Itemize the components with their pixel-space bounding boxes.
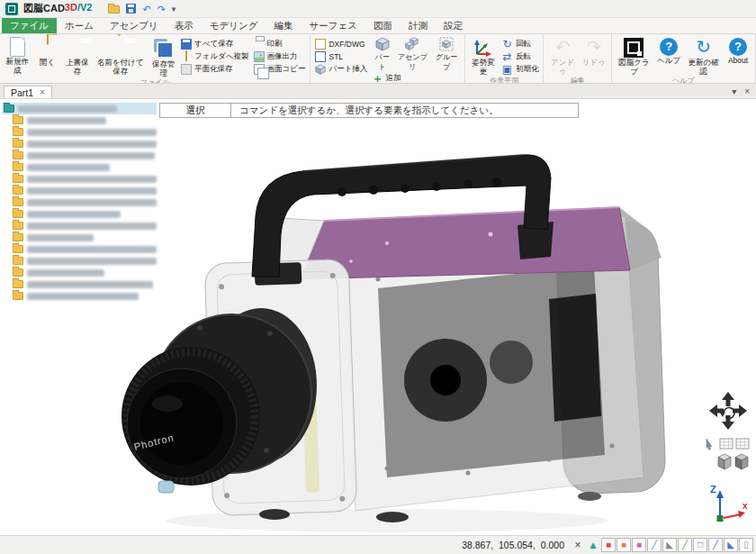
grid-view-icon-2[interactable] bbox=[736, 439, 749, 449]
button-label: 画面コピー bbox=[267, 64, 306, 75]
select-cursor-icon[interactable] bbox=[706, 439, 712, 450]
status-icon[interactable]: ■ bbox=[632, 538, 646, 552]
open-button[interactable]: 開く bbox=[33, 35, 62, 78]
app-title-part: /V2 bbox=[77, 2, 93, 15]
ribbon-tab[interactable]: 図面 bbox=[365, 18, 400, 33]
undo-icon[interactable]: ↶ bbox=[142, 4, 150, 14]
status-icon[interactable]: ▲ bbox=[586, 538, 600, 552]
rotate-plane-button[interactable]: ↻回転 bbox=[500, 38, 541, 50]
dxf-dwg-button[interactable]: DXF/DWG bbox=[313, 38, 369, 50]
ribbon-tab[interactable]: 編集 bbox=[266, 18, 301, 33]
status-icon[interactable]: ╱ bbox=[708, 538, 723, 552]
print-button[interactable]: 印刷 bbox=[252, 38, 308, 50]
ribbon-tab[interactable]: 計測 bbox=[400, 18, 436, 33]
save-all-button[interactable]: すべて保存 bbox=[179, 38, 251, 50]
status-icon[interactable]: □ bbox=[693, 538, 707, 552]
iso-view-cube-icon[interactable] bbox=[718, 454, 731, 469]
tree-item[interactable] bbox=[2, 208, 157, 220]
assembly-button[interactable]: アセンブリ bbox=[394, 35, 432, 72]
redo-icon[interactable]: ↷ bbox=[158, 4, 166, 14]
tree-item[interactable] bbox=[2, 138, 157, 150]
image-export-button[interactable]: 画像出力 bbox=[252, 50, 308, 62]
image-icon bbox=[254, 51, 265, 62]
ribbon-group-file: 新規作成 開く 上書保存 名前を付けて保存 保存管理 すべて保存 フォルダへ複製 bbox=[0, 34, 310, 83]
insert-part-button[interactable]: パート挿入 bbox=[313, 63, 369, 75]
add-button[interactable]: ＋追加 bbox=[370, 72, 462, 84]
tree-item[interactable] bbox=[2, 232, 157, 243]
group-button[interactable]: グループ bbox=[431, 35, 462, 72]
undo-button[interactable]: ↶ アンドゥ bbox=[546, 35, 578, 77]
tabs-close-all-icon[interactable]: × bbox=[744, 86, 750, 96]
status-icon[interactable]: ■ bbox=[616, 538, 631, 552]
check-updates-button[interactable]: ↻ 更新の確認 bbox=[684, 35, 723, 77]
ribbon-tab[interactable]: ホーム bbox=[57, 18, 102, 33]
flip-plane-button[interactable]: ⇄反転 bbox=[500, 50, 541, 62]
tree-item[interactable] bbox=[2, 220, 157, 232]
status-icon[interactable]: ╱ bbox=[647, 538, 662, 552]
ribbon-tab[interactable]: モデリング bbox=[202, 18, 266, 33]
tree-item[interactable] bbox=[2, 114, 157, 126]
zuno-club-button[interactable]: 図脳クラブ bbox=[615, 35, 653, 77]
open-icon[interactable] bbox=[108, 5, 120, 14]
tree-item[interactable] bbox=[2, 290, 157, 302]
save-button[interactable]: 上書保存 bbox=[63, 35, 93, 78]
tree-item[interactable] bbox=[2, 278, 157, 290]
save-manage-button[interactable]: 保存管理 bbox=[149, 35, 179, 78]
iso-view-cube-icon-2[interactable] bbox=[735, 454, 748, 469]
button-label: 印刷 bbox=[267, 39, 283, 50]
save-as-button[interactable]: 名前を付けて保存 bbox=[93, 35, 148, 78]
tree-item[interactable] bbox=[2, 173, 157, 185]
tree-item-label-blurred bbox=[27, 199, 157, 206]
help-button[interactable]: ? ヘルプ bbox=[654, 35, 683, 77]
ribbon-tab[interactable]: 表示 bbox=[166, 18, 202, 33]
redo-button[interactable]: ↷ リドゥ bbox=[580, 35, 608, 77]
init-plane-button[interactable]: ▣初期化 bbox=[500, 63, 541, 75]
command-mode-button[interactable]: 選択 bbox=[160, 104, 231, 117]
tree-item[interactable] bbox=[2, 161, 157, 173]
tree-item-label-blurred bbox=[27, 129, 157, 136]
pan-right-arrow[interactable] bbox=[733, 404, 747, 417]
button-label: 名前を付けて保存 bbox=[94, 59, 147, 77]
tree-item[interactable] bbox=[2, 185, 157, 196]
pan-up-arrow[interactable] bbox=[722, 392, 734, 406]
part-button[interactable]: パート bbox=[370, 35, 393, 72]
ribbon-tab[interactable]: 設定 bbox=[436, 18, 471, 33]
tree-item[interactable] bbox=[2, 196, 157, 208]
new-file-icon bbox=[10, 37, 25, 57]
tree-item[interactable] bbox=[2, 267, 157, 278]
tree-item[interactable] bbox=[2, 243, 157, 255]
save-all-icon bbox=[181, 39, 192, 50]
document-tab-part1[interactable]: Part1 × bbox=[4, 86, 52, 98]
button-label: 画像出力 bbox=[267, 51, 298, 62]
new-file-button[interactable]: 新規作成 bbox=[3, 35, 32, 78]
tab-list-icon[interactable]: ▾ bbox=[732, 86, 736, 96]
ribbon-tab[interactable]: サーフェス bbox=[301, 18, 364, 33]
tab-close-icon[interactable]: × bbox=[40, 87, 45, 97]
ribbon-tab[interactable]: アセンブリ bbox=[102, 18, 166, 33]
pan-left-arrow[interactable] bbox=[709, 404, 724, 417]
status-icon[interactable]: ▯ bbox=[739, 538, 753, 552]
screen-copy-button[interactable]: 画面コピー bbox=[252, 63, 308, 75]
quick-access-customize-icon[interactable]: ▾ bbox=[172, 5, 176, 14]
ribbon-tab[interactable]: ファイル bbox=[2, 18, 57, 33]
copy-to-folder-button[interactable]: フォルダへ複製 bbox=[179, 50, 251, 62]
app-icon bbox=[5, 3, 18, 15]
tree-item[interactable] bbox=[2, 103, 157, 114]
tree-item[interactable] bbox=[2, 150, 157, 161]
stl-button[interactable]: STL bbox=[313, 50, 369, 62]
status-icon[interactable]: ◣ bbox=[662, 538, 677, 552]
save-icon[interactable] bbox=[126, 4, 136, 14]
flatten-save-button[interactable]: 平面化保存 bbox=[179, 63, 251, 75]
grid-view-icon[interactable] bbox=[720, 439, 733, 449]
change-orientation-button[interactable]: 姿勢変更 bbox=[468, 35, 499, 77]
status-icon[interactable]: ■ bbox=[601, 538, 616, 552]
viewport-3d[interactable]: Photron 選択 コマンドを選択するか、選択する要素を指示してください。 bbox=[0, 99, 756, 535]
status-icon[interactable]: ◣ bbox=[724, 538, 738, 552]
tree-item[interactable] bbox=[2, 255, 157, 267]
coordinate-readout: 38.867, 105.054, 0.000 bbox=[462, 540, 564, 550]
button-label: ヘルプ bbox=[657, 57, 680, 66]
status-icon[interactable]: × bbox=[571, 538, 585, 552]
about-button[interactable]: ? About bbox=[724, 35, 752, 77]
status-icon[interactable]: ╱ bbox=[678, 538, 692, 552]
tree-item[interactable] bbox=[2, 126, 157, 138]
